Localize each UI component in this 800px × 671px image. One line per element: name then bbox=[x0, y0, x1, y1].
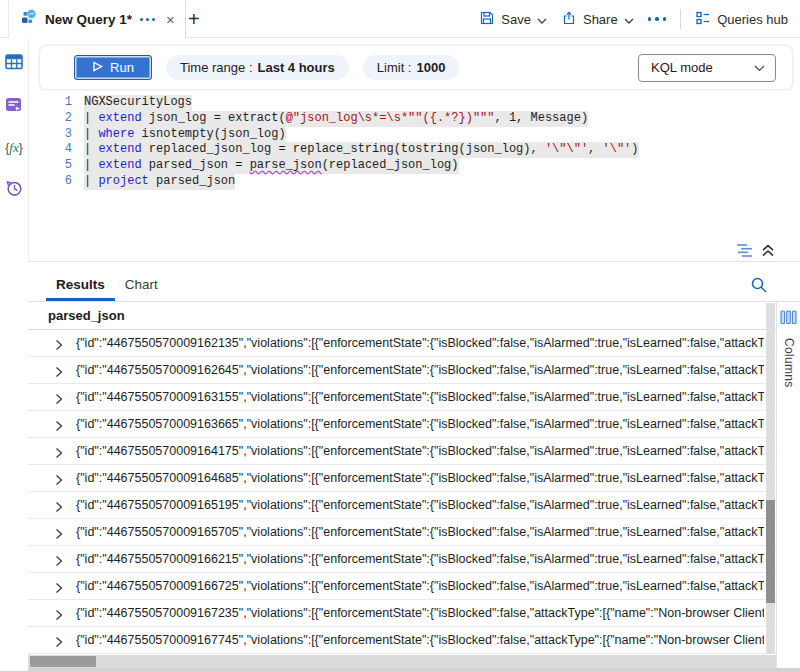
tab-results[interactable]: Results bbox=[46, 277, 115, 301]
topbar-actions: Save Share bbox=[479, 0, 788, 38]
result-row[interactable]: {"id":"4467550570009163155","violations"… bbox=[28, 384, 800, 411]
expand-chevron-icon[interactable] bbox=[53, 445, 64, 457]
divider bbox=[680, 9, 681, 29]
left-sidebar: {fx} bbox=[0, 38, 28, 671]
share-button[interactable]: Share bbox=[561, 10, 634, 29]
share-icon bbox=[561, 10, 577, 29]
result-row[interactable]: {"id":"4467550570009162135","violations"… bbox=[28, 330, 800, 357]
code-text: | extend replaced_json_log = replace_str… bbox=[84, 142, 639, 158]
chevron-down-icon[interactable] bbox=[537, 12, 547, 27]
columns-side-panel[interactable]: Columns bbox=[776, 302, 800, 671]
tab-more-icon[interactable] bbox=[140, 18, 155, 21]
editor-tools bbox=[736, 243, 775, 262]
expand-chevron-icon[interactable] bbox=[53, 337, 64, 349]
query-toolbar: Run Time range : Last 4 hours Limit : 10… bbox=[40, 46, 792, 89]
expand-chevron-icon[interactable] bbox=[53, 526, 64, 538]
result-row[interactable]: {"id":"4467550570009167745","violations"… bbox=[28, 627, 800, 654]
grid-body: {"id":"4467550570009162135","violations"… bbox=[28, 330, 800, 654]
query-tab[interactable]: New Query 1* × bbox=[8, 0, 186, 38]
expand-chevron-icon[interactable] bbox=[53, 418, 64, 430]
query-mode-value: KQL mode bbox=[651, 60, 713, 75]
line-number: 1 bbox=[28, 95, 72, 111]
columns-panel-label: Columns bbox=[782, 338, 796, 387]
line-number: 5 bbox=[28, 158, 72, 174]
results-grid: parsed_json {"id":"4467550570009162135",… bbox=[28, 302, 800, 654]
history-icon[interactable] bbox=[5, 179, 23, 201]
result-row[interactable]: {"id":"4467550570009164685","violations"… bbox=[28, 465, 800, 492]
tab-chart[interactable]: Chart bbox=[115, 277, 168, 301]
code-text: | project parsed_json bbox=[84, 174, 235, 190]
chevron-down-icon[interactable] bbox=[624, 12, 634, 27]
saved-scripts-icon[interactable] bbox=[5, 97, 23, 117]
row-json-text: {"id":"4467550570009167745","violations"… bbox=[76, 633, 764, 647]
result-row[interactable]: {"id":"4467550570009164175","violations"… bbox=[28, 438, 800, 465]
format-lines-icon[interactable] bbox=[736, 243, 753, 262]
adx-logo-icon bbox=[21, 9, 37, 29]
code-text: | extend json_log = extract(@"json_log\s… bbox=[84, 111, 588, 127]
expand-chevron-icon[interactable] bbox=[53, 580, 64, 592]
save-label: Save bbox=[501, 12, 531, 27]
result-row[interactable]: {"id":"4467550570009163665","violations"… bbox=[28, 411, 800, 438]
row-json-text: {"id":"4467550570009167235","violations"… bbox=[76, 606, 764, 620]
queries-hub-icon bbox=[695, 10, 711, 29]
row-json-text: {"id":"4467550570009165705","violations"… bbox=[76, 525, 764, 539]
tab-title: New Query 1* bbox=[45, 12, 132, 27]
expand-chevron-icon[interactable] bbox=[53, 499, 64, 511]
expand-chevron-icon[interactable] bbox=[53, 634, 64, 646]
expand-chevron-icon[interactable] bbox=[53, 391, 64, 403]
result-row[interactable]: {"id":"4467550570009167235","violations"… bbox=[28, 600, 800, 627]
result-row[interactable]: {"id":"4467550570009166215","violations"… bbox=[28, 546, 800, 573]
query-mode-select[interactable]: KQL mode bbox=[638, 54, 776, 82]
limit-value: 1000 bbox=[416, 60, 445, 75]
code-lines: 1NGXSecurityLogs2| extend json_log = ext… bbox=[28, 95, 800, 190]
play-icon bbox=[92, 60, 103, 75]
query-editor[interactable]: 1NGXSecurityLogs2| extend json_log = ext… bbox=[28, 95, 800, 190]
result-row[interactable]: {"id":"4467550570009162645","violations"… bbox=[28, 357, 800, 384]
time-range-picker[interactable]: Time range : Last 4 hours bbox=[166, 55, 349, 80]
top-bar: New Query 1* × + Save bbox=[0, 0, 800, 38]
limit-picker[interactable]: Limit : 1000 bbox=[363, 55, 460, 80]
result-row[interactable]: {"id":"4467550570009165195","violations"… bbox=[28, 492, 800, 519]
expand-chevron-icon[interactable] bbox=[53, 364, 64, 376]
result-row[interactable]: {"id":"4467550570009165705","violations"… bbox=[28, 519, 800, 546]
code-line[interactable]: 4| extend replaced_json_log = replace_st… bbox=[28, 142, 800, 158]
columns-icon bbox=[780, 310, 797, 329]
chevron-down-icon bbox=[754, 60, 765, 75]
expand-chevron-icon[interactable] bbox=[53, 607, 64, 619]
code-line[interactable]: 3| where isnotempty(json_log) bbox=[28, 127, 800, 143]
expand-chevron-icon[interactable] bbox=[53, 472, 64, 484]
column-header-parsed-json[interactable]: parsed_json bbox=[28, 302, 800, 330]
horizontal-scrollbar-thumb[interactable] bbox=[30, 656, 96, 667]
row-json-text: {"id":"4467550570009163155","violations"… bbox=[76, 390, 764, 404]
result-row[interactable]: {"id":"4467550570009166725","violations"… bbox=[28, 573, 800, 600]
time-range-label: Time range : bbox=[180, 60, 253, 75]
save-button[interactable]: Save bbox=[479, 10, 547, 29]
collapse-panel-icon[interactable] bbox=[761, 243, 775, 262]
code-line[interactable]: 1NGXSecurityLogs bbox=[28, 95, 800, 111]
run-label: Run bbox=[110, 60, 134, 75]
tab-close-icon[interactable]: × bbox=[166, 12, 175, 27]
more-actions-icon[interactable] bbox=[648, 17, 667, 21]
vertical-scrollbar-thumb[interactable] bbox=[766, 500, 775, 603]
search-icon[interactable] bbox=[750, 276, 768, 298]
row-json-text: {"id":"4467550570009164685","violations"… bbox=[76, 471, 764, 485]
code-line[interactable]: 5| extend parsed_json = parse_json(repla… bbox=[28, 158, 800, 174]
time-range-value: Last 4 hours bbox=[258, 60, 335, 75]
new-tab-button[interactable]: + bbox=[188, 0, 200, 38]
results-tabs: Results Chart bbox=[28, 262, 800, 302]
code-line[interactable]: 2| extend json_log = extract(@"json_log\… bbox=[28, 111, 800, 127]
expand-chevron-icon[interactable] bbox=[53, 553, 64, 565]
line-number: 2 bbox=[28, 111, 72, 127]
horizontal-scrollbar[interactable] bbox=[28, 655, 776, 668]
vertical-scrollbar[interactable] bbox=[766, 303, 775, 654]
row-json-text: {"id":"4467550570009164175","violations"… bbox=[76, 444, 764, 458]
code-line[interactable]: 6| project parsed_json bbox=[28, 174, 800, 190]
line-number: 4 bbox=[28, 142, 72, 158]
functions-icon[interactable]: {fx} bbox=[5, 140, 22, 156]
run-button[interactable]: Run bbox=[74, 55, 152, 80]
row-json-text: {"id":"4467550570009163665","violations"… bbox=[76, 417, 764, 431]
share-label: Share bbox=[583, 12, 618, 27]
queries-hub-button[interactable]: Queries hub bbox=[695, 10, 788, 29]
table-explorer-icon[interactable] bbox=[5, 54, 23, 74]
column-header-label: parsed_json bbox=[48, 308, 125, 323]
